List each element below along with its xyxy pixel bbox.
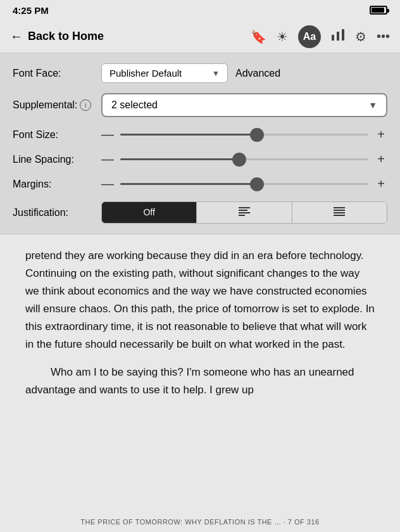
- svg-rect-6: [239, 215, 245, 216]
- margins-slider-row: — +: [101, 177, 387, 191]
- more-options-icon[interactable]: •••: [377, 29, 390, 44]
- line-spacing-row: Line Spacing: — +: [13, 152, 387, 167]
- font-size-slider-row: — +: [101, 127, 387, 142]
- font-face-value: Publisher Default: [109, 68, 207, 79]
- svg-rect-2: [342, 29, 344, 41]
- supplemental-label: Supplemental: i: [13, 99, 101, 111]
- bookmark-icon[interactable]: 🔖: [251, 29, 266, 44]
- margins-row: Margins: — +: [13, 177, 387, 191]
- font-face-controls: Publisher Default ▼ Advanced: [101, 63, 387, 83]
- font-size-slider-track[interactable]: [120, 134, 368, 136]
- supplemental-dropdown[interactable]: 2 selected ▼: [101, 93, 387, 117]
- status-bar: 4:25 PM: [0, 0, 400, 20]
- line-spacing-increase-button[interactable]: +: [375, 152, 387, 167]
- font-size-decrease-button[interactable]: —: [101, 127, 114, 142]
- margins-label: Margins:: [13, 179, 101, 190]
- svg-rect-10: [334, 215, 345, 216]
- margins-decrease-button[interactable]: —: [101, 177, 114, 191]
- margins-slider-track[interactable]: [120, 183, 368, 185]
- svg-rect-9: [334, 212, 345, 213]
- chart-icon[interactable]: [331, 28, 345, 44]
- brightness-icon[interactable]: ☀: [277, 29, 288, 44]
- justification-row: Justification: Off: [13, 201, 387, 224]
- book-paragraph-2: Who am I to be saying this? I'm someone …: [25, 364, 375, 399]
- book-content: pretend they are working because they di…: [0, 234, 400, 405]
- settings-panel: Font Face: Publisher Default ▼ Advanced …: [0, 53, 400, 234]
- nav-title[interactable]: Back to Home: [28, 30, 104, 43]
- nav-left: ← Back to Home: [10, 29, 104, 44]
- font-face-row: Font Face: Publisher Default ▼ Advanced: [13, 63, 387, 83]
- line-spacing-decrease-button[interactable]: —: [101, 152, 114, 167]
- book-content-area: pretend they are working because they di…: [0, 234, 400, 532]
- back-arrow-icon[interactable]: ←: [10, 29, 23, 44]
- justification-label: Justification:: [13, 207, 101, 218]
- svg-rect-5: [239, 212, 250, 213]
- font-size-row: Font Size: — +: [13, 127, 387, 142]
- svg-rect-1: [337, 32, 339, 41]
- supplemental-info-icon[interactable]: i: [80, 99, 91, 111]
- font-face-select[interactable]: Publisher Default ▼: [101, 63, 228, 83]
- svg-rect-3: [239, 207, 250, 208]
- svg-rect-0: [332, 35, 334, 41]
- svg-rect-8: [334, 210, 345, 211]
- status-time: 4:25 PM: [13, 5, 49, 16]
- font-size-increase-button[interactable]: +: [375, 127, 387, 142]
- book-paragraph-1: pretend they are working because they di…: [25, 247, 375, 353]
- justification-off-button[interactable]: Off: [102, 202, 197, 223]
- settings-gear-icon[interactable]: ⚙: [355, 29, 366, 44]
- book-footer: THE PRICE OF TOMORROW: WHY DEFLATION IS …: [0, 518, 400, 526]
- battery-icon: [370, 6, 387, 15]
- book-footer-text: THE PRICE OF TOMORROW: WHY DEFLATION IS …: [80, 518, 319, 526]
- advanced-button[interactable]: Advanced: [235, 68, 280, 79]
- status-icons: [370, 6, 387, 15]
- line-spacing-slider-row: — +: [101, 152, 387, 167]
- supplemental-value: 2 selected: [111, 99, 158, 111]
- svg-rect-4: [239, 210, 247, 211]
- margins-increase-button[interactable]: +: [375, 177, 387, 191]
- supplemental-row: Supplemental: i 2 selected ▼: [13, 93, 387, 117]
- line-spacing-label: Line Spacing:: [13, 154, 101, 165]
- font-face-label: Font Face:: [13, 68, 101, 79]
- svg-rect-7: [334, 207, 345, 208]
- justification-full-button[interactable]: [292, 202, 387, 223]
- font-aa-icon[interactable]: Aa: [298, 25, 321, 48]
- nav-bar: ← Back to Home 🔖 ☀ Aa ⚙ •••: [0, 20, 400, 53]
- font-select-chevron-icon: ▼: [212, 69, 220, 78]
- justification-left-button[interactable]: [197, 202, 292, 223]
- line-spacing-slider-track[interactable]: [120, 158, 368, 160]
- nav-right: 🔖 ☀ Aa ⚙ •••: [251, 25, 390, 48]
- justification-controls: Off: [101, 201, 387, 224]
- font-size-label: Font Size:: [13, 129, 101, 141]
- supplemental-chevron-icon: ▼: [368, 100, 377, 110]
